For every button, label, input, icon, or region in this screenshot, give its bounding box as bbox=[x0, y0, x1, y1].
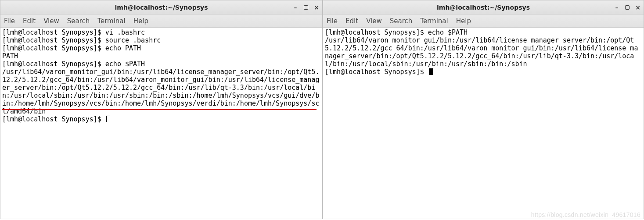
command-text: echo $PATH bbox=[105, 60, 145, 68]
desktop: lmh@localhost:~/Synopsys – × File Edit V… bbox=[0, 0, 644, 220]
window-title: lmh@localhost:~/Synopsys bbox=[437, 4, 530, 11]
prompt: [lmh@localhost Synopsys]$ bbox=[2, 36, 105, 44]
menu-search[interactable]: Search bbox=[67, 17, 90, 25]
menubar-right: File Edit View Search Terminal Help bbox=[323, 14, 644, 28]
command-text: vi .bashrc bbox=[105, 28, 145, 36]
menu-terminal[interactable]: Terminal bbox=[420, 17, 448, 25]
command-text: echo $PATH bbox=[428, 28, 468, 36]
window-controls: – × bbox=[292, 0, 320, 14]
close-icon[interactable]: × bbox=[635, 4, 641, 11]
watermark: https://blog.csdn.net/weixin_49617016 bbox=[531, 211, 640, 218]
menu-help[interactable]: Help bbox=[133, 17, 148, 25]
prompt: [lmh@localhost Synopsys]$ bbox=[2, 28, 105, 36]
menu-edit[interactable]: Edit bbox=[23, 17, 36, 25]
window-title: lmh@localhost:~/Synopsys bbox=[115, 4, 208, 11]
titlebar-left[interactable]: lmh@localhost:~/Synopsys – × bbox=[0, 0, 322, 14]
path-output: /usr/lib64/varon_monitor_gui/bin:/usr/li… bbox=[2, 68, 319, 115]
menu-edit[interactable]: Edit bbox=[345, 17, 358, 25]
cursor-icon bbox=[429, 68, 433, 75]
maximize-icon[interactable] bbox=[304, 5, 308, 10]
command-text: source .bashrc bbox=[105, 36, 161, 44]
path-output: /usr/lib64/varon_monitor_gui/bin:/usr/li… bbox=[325, 36, 638, 68]
minimize-icon[interactable]: – bbox=[614, 4, 620, 11]
menubar-left: File Edit View Search Terminal Help bbox=[0, 14, 322, 28]
output-text: PATH bbox=[2, 52, 18, 60]
prompt: [lmh@localhost Synopsys]$ bbox=[2, 60, 105, 68]
minimize-icon[interactable]: – bbox=[292, 4, 299, 11]
annotation-underline bbox=[2, 109, 317, 110]
command-text: echo PATH bbox=[105, 44, 141, 52]
menu-file[interactable]: File bbox=[4, 17, 15, 25]
prompt: [lmh@localhost Synopsys]$ bbox=[325, 28, 428, 36]
terminal-area-right[interactable]: [lmh@localhost Synopsys]$ echo $PATH /us… bbox=[323, 28, 644, 219]
menu-view[interactable]: View bbox=[366, 17, 382, 25]
menu-help[interactable]: Help bbox=[456, 17, 471, 25]
terminal-window-right: lmh@localhost:~/Synopsys – × File Edit V… bbox=[323, 0, 644, 219]
prompt: [lmh@localhost Synopsys]$ bbox=[325, 68, 428, 76]
window-controls: – × bbox=[614, 0, 641, 14]
menu-file[interactable]: File bbox=[327, 17, 338, 25]
prompt: [lmh@localhost Synopsys]$ bbox=[2, 115, 105, 123]
prompt: [lmh@localhost Synopsys]$ bbox=[2, 44, 105, 52]
close-icon[interactable]: × bbox=[313, 4, 320, 11]
menu-view[interactable]: View bbox=[43, 17, 59, 25]
maximize-icon[interactable] bbox=[625, 5, 630, 10]
titlebar-right[interactable]: lmh@localhost:~/Synopsys – × bbox=[323, 0, 644, 14]
terminal-area-left[interactable]: [lmh@localhost Synopsys]$ vi .bashrc [lm… bbox=[0, 28, 322, 219]
menu-search[interactable]: Search bbox=[390, 17, 413, 25]
cursor-icon bbox=[106, 116, 110, 122]
menu-terminal[interactable]: Terminal bbox=[97, 17, 125, 25]
terminal-window-left: lmh@localhost:~/Synopsys – × File Edit V… bbox=[0, 0, 323, 219]
